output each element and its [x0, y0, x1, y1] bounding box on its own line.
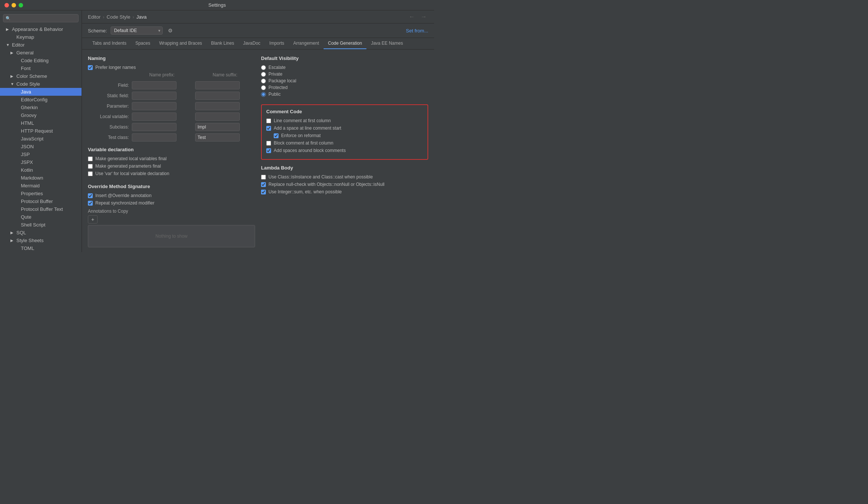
visibility-row-0: Escalate	[261, 65, 428, 70]
tab-imports[interactable]: Imports	[265, 38, 289, 49]
var-decl-row-1: Make generated parameters final	[88, 164, 255, 169]
search-bar[interactable]: 🔍	[3, 14, 79, 22]
visibility-row-1: Private	[261, 72, 428, 77]
visibility-radio-0[interactable]	[261, 65, 266, 70]
comment-code-section: Comment Code Line comment at first colum…	[261, 104, 428, 160]
tab-javadoc[interactable]: JavaDoc	[239, 38, 265, 49]
sidebar-item-properties[interactable]: Properties	[0, 190, 82, 197]
sidebar-item-protocol-buffer[interactable]: Protocol Buffer	[0, 197, 82, 205]
naming-suffix-input-2[interactable]	[195, 102, 240, 110]
comment-row-1: Add a space at line comment start	[266, 126, 423, 131]
naming-prefix-input-5[interactable]	[132, 133, 177, 142]
naming-suffix-input-1[interactable]	[195, 92, 240, 100]
sidebar-item-code-style[interactable]: ▼Code Style	[0, 80, 82, 88]
scheme-select-wrap: Default IDE Project	[111, 26, 163, 35]
comment-label-3: Add spaces around block comments	[274, 148, 346, 153]
tab-blank-lines[interactable]: Blank Lines	[207, 38, 239, 49]
lambda-checkbox-0[interactable]	[261, 175, 266, 180]
naming-suffix-input-0[interactable]	[195, 81, 240, 89]
sidebar-item-sql[interactable]: ▶SQL	[0, 229, 82, 237]
sidebar-item-general[interactable]: ▶General	[0, 49, 82, 57]
sidebar-label: JavaScript	[21, 136, 44, 142]
sidebar-item-editor[interactable]: ▼Editor	[0, 41, 82, 49]
lambda-body-section: Lambda Body Use Class::isInstance and Cl…	[261, 165, 428, 194]
sidebar-label: Editor	[12, 42, 25, 48]
sidebar-label: Qute	[21, 214, 31, 220]
sidebar-item-color-scheme[interactable]: ▶Color Scheme	[0, 72, 82, 80]
comment-child-checkbox-1-0[interactable]	[274, 133, 279, 138]
lambda-checkbox-1[interactable]	[261, 182, 266, 187]
scheme-select[interactable]: Default IDE Project	[111, 26, 163, 35]
override-checkbox-0[interactable]	[88, 193, 93, 198]
sidebar-item-toml[interactable]: TOML	[0, 244, 82, 252]
sidebar-label: Gherkin	[21, 105, 38, 110]
naming-prefix-input-1[interactable]	[132, 92, 177, 100]
sidebar-item-editorconfig[interactable]: EditorConfig	[0, 96, 82, 104]
comment-checkbox-3[interactable]	[266, 148, 271, 153]
naming-row-label-5: Test class:	[88, 135, 129, 140]
var-decl-checkbox-0[interactable]	[88, 156, 93, 161]
sidebar-item-jspx[interactable]: JSPX	[0, 158, 82, 166]
search-input[interactable]	[13, 16, 76, 21]
var-decl-row-0: Make generated local variables final	[88, 156, 255, 161]
sidebar-item-shell-script[interactable]: Shell Script	[0, 221, 82, 229]
var-decl-label-0: Make generated local variables final	[95, 156, 166, 161]
naming-prefix-input-3[interactable]	[132, 112, 177, 121]
naming-suffix-input-4[interactable]	[195, 123, 240, 131]
back-arrow[interactable]: ←	[407, 13, 416, 20]
tab-tabs-and-indents[interactable]: Tabs and Indents	[88, 38, 131, 49]
comment-checkbox-0[interactable]	[266, 118, 271, 123]
naming-prefix-input-4[interactable]	[132, 123, 177, 131]
tab-arrangement[interactable]: Arrangement	[289, 38, 323, 49]
sidebar-item-protocol-buffer-text[interactable]: Protocol Buffer Text	[0, 205, 82, 213]
sidebar-item-style-sheets[interactable]: ▶Style Sheets	[0, 237, 82, 244]
minimize-button[interactable]	[12, 3, 16, 7]
sidebar-item-javascript[interactable]: JavaScript	[0, 135, 82, 143]
naming-prefix-input-2[interactable]	[132, 102, 177, 110]
override-checkbox-1[interactable]	[88, 201, 93, 206]
sidebar-item-mermaid[interactable]: Mermaid	[0, 182, 82, 190]
scheme-gear-button[interactable]: ⚙	[166, 27, 174, 34]
comment-checkbox-1[interactable]	[266, 126, 271, 131]
tab-code-generation[interactable]: Code Generation	[324, 38, 366, 49]
breadcrumb-code-style[interactable]: Code Style	[106, 14, 130, 20]
var-decl-checkbox-2[interactable]	[88, 171, 93, 176]
lambda-row-0: Use Class::isInstance and Class::cast wh…	[261, 174, 428, 180]
tab-spaces[interactable]: Spaces	[131, 38, 155, 49]
visibility-radio-3[interactable]	[261, 85, 266, 90]
tab-java-ee-names[interactable]: Java EE Names	[366, 38, 407, 49]
sidebar-item-json[interactable]: JSON	[0, 143, 82, 150]
visibility-radio-1[interactable]	[261, 72, 266, 77]
naming-suffix-input-3[interactable]	[195, 112, 240, 121]
add-annotation-button[interactable]: +	[88, 215, 98, 224]
sidebar-item-html[interactable]: HTML	[0, 119, 82, 127]
comment-checkbox-2[interactable]	[266, 141, 271, 146]
sidebar-label: Color Scheme	[16, 73, 47, 79]
lambda-checkbox-2[interactable]	[261, 190, 266, 194]
set-from-link[interactable]: Set from...	[406, 28, 428, 34]
visibility-radio-2[interactable]	[261, 79, 266, 83]
visibility-radio-4[interactable]	[261, 92, 266, 97]
sidebar-item-appearance-&-behavior[interactable]: ▶Appearance & Behavior	[0, 25, 82, 33]
sidebar-item-groovy[interactable]: Groovy	[0, 111, 82, 119]
naming-suffix-input-5[interactable]	[195, 133, 240, 142]
sidebar-item-font[interactable]: Font	[0, 64, 82, 72]
close-button[interactable]	[4, 3, 9, 7]
var-decl-checkbox-1[interactable]	[88, 164, 93, 169]
breadcrumb-editor[interactable]: Editor	[88, 14, 101, 20]
sidebar-item-qute[interactable]: Qute	[0, 213, 82, 221]
prefer-longer-names-checkbox[interactable]	[88, 65, 93, 70]
maximize-button[interactable]	[19, 3, 23, 7]
sidebar-item-markdown[interactable]: Markdown	[0, 174, 82, 182]
tab-wrapping-and-braces[interactable]: Wrapping and Braces	[155, 38, 206, 49]
forward-arrow[interactable]: →	[419, 13, 428, 20]
sidebar-item-jsp[interactable]: JSP	[0, 150, 82, 158]
naming-prefix-input-0[interactable]	[132, 81, 177, 89]
sidebar-item-code-editing[interactable]: Code Editing	[0, 57, 82, 64]
sidebar-item-java[interactable]: Java	[0, 88, 82, 96]
sidebar-item-http-request[interactable]: HTTP Request	[0, 127, 82, 135]
sidebar-item-keymap[interactable]: Keymap	[0, 33, 82, 41]
sidebar-item-gherkin[interactable]: Gherkin	[0, 104, 82, 111]
sidebar-arrow: ▶	[10, 74, 15, 78]
sidebar-item-kotlin[interactable]: Kotlin	[0, 166, 82, 174]
